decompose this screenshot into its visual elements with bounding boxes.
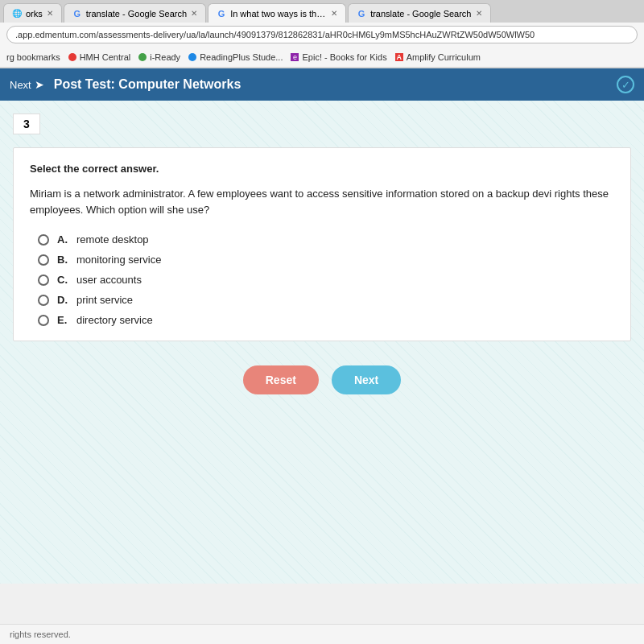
- tab4-close[interactable]: ✕: [476, 9, 482, 18]
- address-text: .app.edmentum.com/assessments-delivery/u…: [15, 30, 535, 39]
- bookmark-epic[interactable]: e Epic! - Books for Kids: [291, 52, 386, 62]
- option-b-text: monitoring service: [76, 254, 162, 266]
- option-d[interactable]: D. print service: [38, 294, 614, 306]
- option-b[interactable]: B. monitoring service: [38, 254, 614, 266]
- question-number: 3: [13, 114, 40, 134]
- app-header: Next ➤ Post Test: Computer Networks ✓: [0, 68, 644, 101]
- radio-d[interactable]: [38, 295, 49, 306]
- option-b-letter: B.: [57, 254, 68, 266]
- option-d-letter: D.: [57, 294, 68, 306]
- option-c-text: user accounts: [76, 274, 142, 286]
- bookmark-rg-label: rg bookmarks: [6, 52, 60, 62]
- bookmark-amplify[interactable]: A Amplify Curriculum: [395, 52, 481, 62]
- address-bar-row: .app.edmentum.com/assessments-delivery/u…: [0, 23, 644, 47]
- radio-b[interactable]: [38, 254, 49, 266]
- footer: rights reserved.: [0, 624, 644, 644]
- option-c[interactable]: C. user accounts: [38, 274, 614, 286]
- question-instruction: Select the correct answer.: [30, 163, 614, 175]
- option-a-text: remote desktop: [76, 233, 149, 246]
- next-button[interactable]: Next: [332, 365, 401, 394]
- tab-bar: 🌐 orks ✕ G translate - Google Search ✕ G…: [0, 0, 644, 23]
- tab-4[interactable]: G translate - Google Search ✕: [348, 3, 490, 23]
- radio-c[interactable]: [38, 275, 49, 286]
- answer-options: A. remote desktop B. monitoring service …: [30, 233, 614, 326]
- option-c-letter: C.: [57, 274, 68, 286]
- bookmark-hmh-label: HMH Central: [80, 52, 131, 62]
- tab3-close[interactable]: ✕: [331, 9, 337, 18]
- bookmark-epic-icon: e: [291, 53, 299, 61]
- tab4-favicon: G: [357, 9, 366, 19]
- tab-2[interactable]: G translate - Google Search ✕: [64, 3, 206, 23]
- tab2-close[interactable]: ✕: [191, 9, 197, 18]
- bookmark-hmh[interactable]: HMH Central: [68, 52, 131, 62]
- reset-button[interactable]: Reset: [243, 365, 319, 394]
- option-d-text: print service: [76, 294, 133, 306]
- question-card: Select the correct answer. Miriam is a n…: [13, 147, 631, 341]
- option-e-letter: E.: [57, 314, 68, 326]
- bookmark-reading-icon: [188, 53, 196, 61]
- next-nav-arrow-icon: ➤: [35, 78, 44, 91]
- tab2-label: translate - Google Search: [86, 9, 187, 19]
- bookmark-iready[interactable]: i-Ready: [138, 52, 180, 62]
- tab3-favicon: G: [217, 9, 226, 19]
- tab3-label: In what two ways is the plain te...: [230, 9, 327, 19]
- question-text: Miriam is a network administrator. A few…: [30, 186, 614, 217]
- tab4-label: translate - Google Search: [370, 9, 471, 19]
- bookmark-amplify-label: Amplify Curriculum: [407, 52, 481, 62]
- bookmarks-bar: rg bookmarks HMH Central i-Ready Reading…: [0, 47, 644, 68]
- bookmark-reading-label: ReadingPlus Stude...: [200, 52, 283, 62]
- bookmark-epic-label: Epic! - Books for Kids: [302, 52, 386, 62]
- tab1-close[interactable]: ✕: [47, 9, 53, 18]
- next-nav[interactable]: Next ➤: [10, 78, 44, 91]
- tab-1[interactable]: 🌐 orks ✕: [3, 3, 62, 23]
- bookmark-iready-icon: [138, 53, 147, 61]
- page-title: Post Test: Computer Networks: [54, 77, 242, 92]
- bookmark-amplify-icon: A: [395, 53, 403, 61]
- option-e-text: directory service: [76, 314, 153, 326]
- bookmark-rg[interactable]: rg bookmarks: [6, 52, 60, 62]
- bookmark-reading[interactable]: ReadingPlus Stude...: [188, 52, 283, 62]
- next-nav-label: Next: [10, 79, 31, 91]
- option-a[interactable]: A. remote desktop: [38, 233, 614, 246]
- radio-a[interactable]: [38, 234, 49, 246]
- tab1-label: orks: [26, 9, 43, 19]
- main-content: 3 Select the correct answer. Miriam is a…: [0, 101, 644, 584]
- bookmark-iready-label: i-Ready: [150, 52, 180, 62]
- bookmark-hmh-icon: [68, 53, 76, 61]
- checkmark-circle-icon: ✓: [617, 76, 634, 93]
- tab2-favicon: G: [72, 9, 82, 19]
- address-bar[interactable]: .app.edmentum.com/assessments-delivery/u…: [6, 26, 638, 43]
- tab-3[interactable]: G In what two ways is the plain te... ✕: [208, 3, 346, 23]
- option-a-letter: A.: [57, 233, 68, 246]
- buttons-row: Reset Next: [13, 365, 631, 394]
- radio-e[interactable]: [38, 315, 49, 326]
- tab1-favicon: 🌐: [12, 9, 22, 19]
- option-e[interactable]: E. directory service: [38, 314, 614, 326]
- footer-text: rights reserved.: [10, 630, 71, 639]
